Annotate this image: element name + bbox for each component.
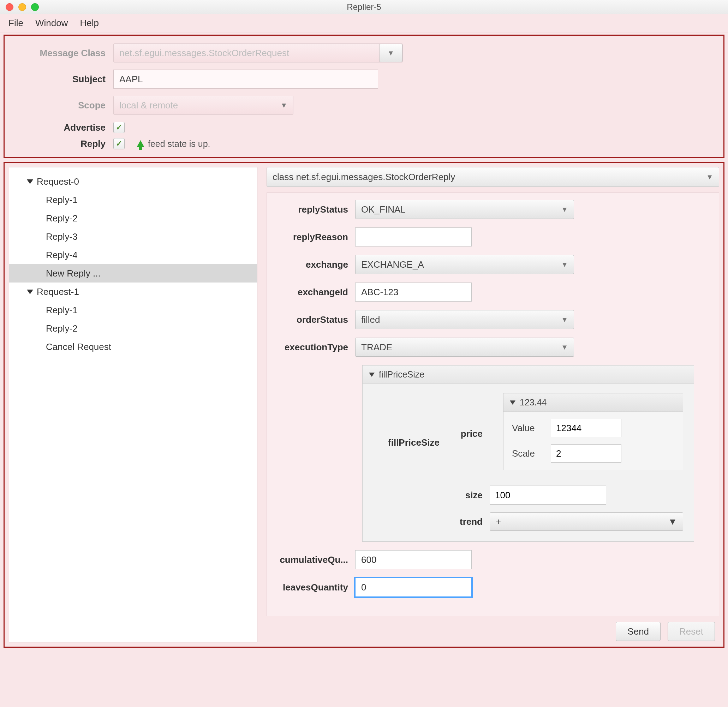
send-button[interactable]: Send [616,622,660,641]
message-class-value: net.sf.egui.messages.StockOrderRequest [114,48,379,59]
size-input[interactable] [490,486,606,505]
menu-window[interactable]: Window [35,18,68,29]
scope-select: local & remote ▼ [113,96,293,115]
subject-label: Subject [14,74,113,85]
menu-help[interactable]: Help [80,18,98,29]
price-value-input[interactable] [551,419,621,437]
chevron-down-icon: ▼ [668,516,677,527]
order-status-label: orderStatus [274,314,355,325]
footer: Send Reset [267,616,719,642]
cumulative-quantity-label: cumulativeQu... [274,554,355,565]
class-select[interactable]: class net.sf.egui.messages.StockOrderRep… [267,167,719,187]
leaves-quantity-input[interactable] [355,578,472,597]
chevron-down-icon: ▼ [280,101,287,110]
chevron-down-icon: ▼ [561,205,568,214]
execution-type-label: executionType [274,342,355,353]
chevron-down-icon: ▼ [706,173,713,181]
price-label: price [447,428,490,439]
trend-select[interactable]: +▼ [490,512,683,531]
tree-node-reply[interactable]: Reply-2 [9,209,257,227]
reply-reason-input[interactable] [355,227,472,246]
chevron-down-icon [369,373,375,377]
titlebar: Replier-5 [0,0,728,14]
reset-button: Reset [667,622,715,641]
fill-price-size-group: fillPriceSize fillPriceSize price 123.44 [362,365,694,542]
fill-price-size-label: fillPriceSize [373,393,447,492]
reply-status-label: replyStatus [274,204,355,215]
cumulative-quantity-input[interactable] [355,550,472,569]
exchange-select[interactable]: EXCHANGE_A▼ [355,255,574,274]
advertise-checkbox[interactable]: ✓ [113,122,125,133]
chevron-down-icon: ▼ [561,316,568,324]
feed-state-text: feed state is up. [148,139,211,149]
tree-node-cancel-request[interactable]: Cancel Request [9,338,257,356]
chevron-down-icon [27,179,33,184]
price-scale-input[interactable] [551,444,621,463]
reply-checkbox[interactable]: ✓ [113,138,125,149]
message-class-label: Message Class [14,48,113,59]
exchange-label: exchange [274,259,355,270]
leaves-quantity-label: leavesQuantity [274,582,355,593]
arrow-up-icon [137,140,144,147]
top-frame: Message Class net.sf.egui.messages.Stock… [4,35,724,158]
reply-status-select[interactable]: OK_FINAL▼ [355,200,574,219]
price-header[interactable]: 123.44 [503,393,683,412]
exchange-id-label: exchangeId [274,287,355,298]
price-subgroup: 123.44 Value Scale [503,393,683,470]
message-class-dropdown-button: ▼ [379,44,403,62]
class-select-value: class net.sf.egui.messages.StockOrderRep… [273,172,455,182]
advertise-label: Advertise [14,122,113,133]
chevron-down-icon: ▼ [561,261,568,269]
detail-panel: class net.sf.egui.messages.StockOrderRep… [267,167,719,642]
tree-node-reply[interactable]: Reply-3 [9,227,257,246]
request-tree[interactable]: Request-0 Reply-1 Reply-2 Reply-3 Reply-… [9,168,257,356]
tree-node-request-1[interactable]: Request-1 [9,282,257,301]
exchange-id-input[interactable] [355,282,472,302]
chevron-down-icon [27,289,33,294]
tree-node-reply[interactable]: Reply-4 [9,246,257,264]
tree-node-reply[interactable]: Reply-1 [9,301,257,319]
trend-label: trend [447,516,490,527]
execution-type-select[interactable]: TRADE▼ [355,338,574,357]
tree-node-request-0[interactable]: Request-0 [9,172,257,191]
tree-panel: Request-0 Reply-1 Reply-2 Reply-3 Reply-… [9,167,257,642]
menu-file[interactable]: File [9,18,23,29]
chevron-down-icon [510,400,516,405]
bottom-frame: Request-0 Reply-1 Reply-2 Reply-3 Reply-… [4,162,724,648]
tree-node-new-reply[interactable]: New Reply ... [9,264,257,282]
fill-price-size-header[interactable]: fillPriceSize [363,366,694,384]
price-scale-label: Scale [512,448,551,459]
message-class-select: net.sf.egui.messages.StockOrderRequest ▼ [113,43,403,62]
detail-body: replyStatus OK_FINAL▼ replyReason exchan… [267,192,719,616]
tree-node-reply[interactable]: Reply-2 [9,319,257,338]
subject-input[interactable] [113,69,378,89]
price-value-label: Value [512,423,551,434]
menubar: File Window Help [0,14,728,32]
order-status-select[interactable]: filled▼ [355,310,574,329]
feed-state: feed state is up. [137,139,211,149]
size-label: size [447,490,490,501]
reply-reason-label: replyReason [274,232,355,243]
chevron-down-icon: ▼ [561,343,568,351]
window-title: Replier-5 [0,2,728,12]
chevron-down-icon: ▼ [387,49,394,57]
tree-node-reply[interactable]: Reply-1 [9,191,257,209]
scope-label: Scope [14,100,113,111]
scope-value: local & remote [119,100,178,111]
reply-label: Reply [14,139,113,149]
top-panel: Message Class net.sf.egui.messages.Stock… [4,36,724,157]
